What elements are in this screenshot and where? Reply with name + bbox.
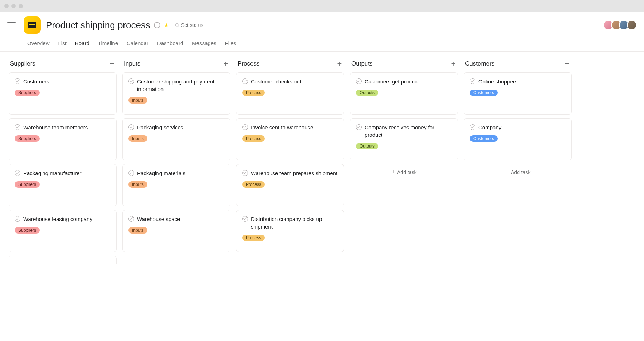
maximize-window-icon[interactable] (19, 4, 23, 8)
task-tag[interactable]: Customers (470, 135, 498, 142)
column-title[interactable]: Suppliers (10, 60, 35, 67)
card-top: Packaging materials (128, 169, 224, 177)
task-tag[interactable]: Process (242, 90, 265, 96)
complete-task-icon[interactable] (128, 170, 134, 176)
complete-task-icon[interactable] (15, 78, 20, 84)
status-dot-icon (175, 23, 179, 27)
card-top: Distribution company picks up shipment (242, 215, 338, 230)
task-title: Warehouse leasing company (23, 215, 92, 223)
add-card-button[interactable]: + (336, 61, 343, 67)
column-suppliers: Suppliers+CustomersSuppliersWarehouse te… (9, 60, 117, 336)
task-card[interactable]: Warehouse spaceInputs (122, 210, 230, 252)
info-icon[interactable]: i (154, 22, 160, 28)
task-card[interactable]: Online shoppersCustomers (464, 72, 572, 115)
task-tag[interactable]: Inputs (128, 97, 147, 104)
complete-task-icon[interactable] (128, 216, 134, 222)
status-label: Set status (181, 22, 203, 28)
star-icon[interactable]: ★ (164, 22, 169, 29)
avatar[interactable] (627, 20, 637, 30)
tab-overview[interactable]: Overview (27, 40, 50, 51)
tab-calendar[interactable]: Calendar (127, 40, 148, 51)
add-task-label: Add task (511, 169, 530, 175)
column-customers: Customers+Online shoppersCustomersCompan… (464, 60, 572, 336)
card-top: Company (470, 124, 566, 131)
task-title: Packaging materials (137, 169, 185, 177)
task-card[interactable]: Warehouse leasing companySuppliers (9, 210, 117, 252)
task-tag[interactable]: Inputs (128, 227, 147, 234)
tab-files[interactable]: Files (225, 40, 236, 51)
complete-task-icon[interactable] (15, 170, 20, 176)
complete-task-icon[interactable] (15, 124, 20, 130)
task-tag[interactable]: Suppliers (15, 181, 40, 188)
project-title[interactable]: Product shipping process (46, 20, 150, 31)
complete-task-icon[interactable] (356, 124, 362, 130)
task-card[interactable]: Warehouse team membersSuppliers (9, 118, 117, 160)
task-card[interactable]: Packaging materialsInputs (122, 164, 230, 206)
column-outputs: Outputs+Customers get productOutputsComp… (350, 60, 458, 336)
column-process: Process+Customer checks outProcessInvoic… (236, 60, 344, 336)
task-title: Customers get product (365, 78, 419, 85)
task-tag[interactable]: Inputs (128, 181, 147, 188)
complete-task-icon[interactable] (356, 78, 362, 84)
set-status-button[interactable]: Set status (175, 22, 203, 28)
task-card[interactable]: Distribution company picks up shipmentPr… (236, 210, 344, 252)
complete-task-icon[interactable] (128, 124, 134, 130)
task-tag[interactable]: Customers (470, 90, 498, 96)
add-card-button[interactable]: + (564, 61, 570, 67)
tab-timeline[interactable]: Timeline (98, 40, 118, 51)
menu-toggle-button[interactable] (7, 22, 16, 28)
task-card[interactable]: Customer checks outProcess (236, 72, 344, 115)
task-card[interactable]: Invoice sent to warehouseProcess (236, 118, 344, 160)
column-title[interactable]: Process (238, 60, 259, 67)
column-title[interactable]: Customers (465, 60, 494, 67)
task-card[interactable]: Packaging manufacturerSuppliers (9, 164, 117, 206)
column-title[interactable]: Inputs (124, 60, 140, 67)
task-card[interactable]: CustomersSuppliers (9, 72, 117, 115)
task-tag[interactable]: Process (242, 181, 265, 188)
column-title[interactable]: Outputs (351, 60, 373, 67)
task-tag[interactable]: Outputs (356, 143, 378, 149)
task-tag[interactable]: Process (242, 235, 265, 241)
tab-list[interactable]: List (58, 40, 67, 51)
add-task-button[interactable]: +Add task (464, 164, 572, 180)
minimize-window-icon[interactable] (11, 4, 16, 8)
complete-task-icon[interactable] (242, 78, 248, 84)
column-header: Process+ (236, 60, 344, 67)
card-top: Customers (15, 78, 111, 85)
add-task-button[interactable]: +Add task (350, 164, 458, 180)
tab-messages[interactable]: Messages (192, 40, 216, 51)
add-card-button[interactable]: + (109, 61, 115, 67)
complete-task-icon[interactable] (470, 78, 475, 84)
task-card[interactable]: Company receives money for productOutput… (350, 118, 458, 160)
task-tag[interactable]: Suppliers (15, 135, 40, 142)
task-card[interactable]: Customers get productOutputs (350, 72, 458, 115)
task-tag[interactable]: Process (242, 135, 265, 142)
card-top: Warehouse team members (15, 124, 111, 131)
task-title: Packaging manufacturer (23, 169, 82, 177)
add-card-button[interactable]: + (450, 61, 457, 67)
complete-task-icon[interactable] (242, 170, 248, 176)
task-card[interactable]: Customer shipping and payment informatio… (122, 72, 230, 115)
card-top: Company receives money for product (356, 124, 452, 139)
complete-task-icon[interactable] (242, 216, 248, 222)
task-tag[interactable]: Outputs (356, 90, 378, 96)
project-icon[interactable] (24, 16, 41, 34)
close-window-icon[interactable] (4, 4, 9, 8)
task-card[interactable] (9, 256, 117, 264)
task-card[interactable]: Packaging servicesInputs (122, 118, 230, 160)
complete-task-icon[interactable] (470, 124, 475, 130)
add-card-button[interactable]: + (223, 61, 229, 67)
title-row: Product shipping process i ★ Set status (46, 20, 600, 31)
complete-task-icon[interactable] (15, 216, 20, 222)
task-tag[interactable]: Suppliers (15, 90, 40, 96)
task-title: Customers (23, 78, 49, 85)
project-members[interactable] (605, 20, 637, 30)
task-card[interactable]: Warehouse team prepares shipmentProcess (236, 164, 344, 206)
task-card[interactable]: CompanyCustomers (464, 118, 572, 160)
task-tag[interactable]: Inputs (128, 135, 147, 142)
tab-dashboard[interactable]: Dashboard (157, 40, 183, 51)
tab-board[interactable]: Board (75, 40, 89, 51)
complete-task-icon[interactable] (128, 78, 134, 84)
task-tag[interactable]: Suppliers (15, 227, 40, 234)
complete-task-icon[interactable] (242, 124, 248, 130)
